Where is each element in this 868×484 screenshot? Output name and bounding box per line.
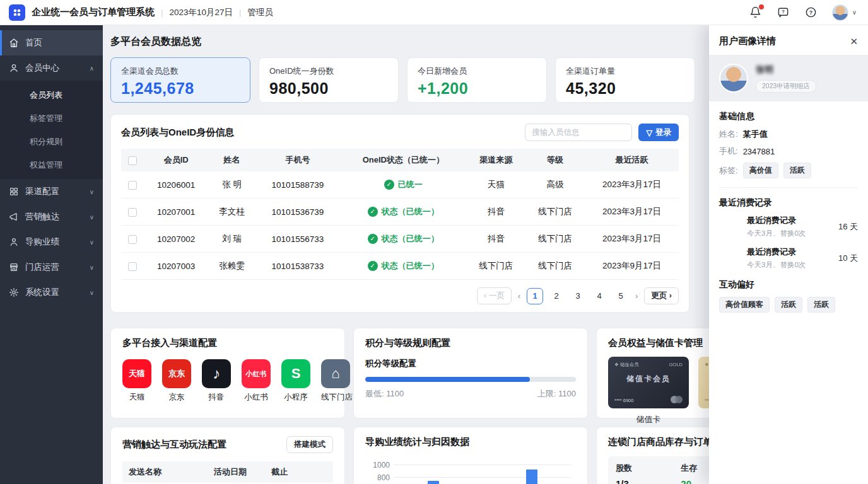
page-number[interactable]: 4 — [591, 288, 607, 304]
platform-item[interactable]: 京东 京东 — [162, 359, 191, 403]
sidebar-subitem[interactable]: 积分规则 — [0, 130, 103, 153]
check-icon: ✓ — [368, 261, 378, 271]
member-table-card: 会员列表与OneID身份信息 ▽ 登录 会员ID 姓名 手机号 OneID状态（… — [110, 114, 689, 313]
check-icon: ✓ — [368, 207, 378, 217]
member-level: 线下门店 — [525, 253, 585, 280]
prev-page-button[interactable]: ‹ 一页 — [477, 287, 512, 304]
row-checkbox[interactable] — [128, 208, 137, 217]
member-name: 张赖雯 — [208, 253, 255, 280]
page-number[interactable]: 1 — [527, 288, 543, 304]
oneid-status-badge: ✓已统一 — [384, 179, 423, 190]
next-arrow-icon[interactable]: › — [634, 291, 639, 301]
platform-item[interactable]: 天猫 天猫 — [122, 359, 151, 403]
record-days: 16 天 — [838, 221, 858, 233]
points-progress-fill — [365, 377, 530, 382]
sidebar-item-guide-performance[interactable]: 导购业绩 ∨ — [0, 229, 103, 255]
chevron-down-icon: ∨ — [90, 239, 94, 246]
page-number[interactable]: 5 — [613, 288, 629, 304]
stat-card-total-members[interactable]: 全渠道会员总数 1,245,678 — [110, 57, 250, 103]
row-checkbox[interactable] — [128, 181, 137, 190]
sidebar-nav: 首页 会员中心 ∧ 会员列表 标签管理 积分规则 权益管理 渠道配置 ∨ 营销触… — [0, 25, 103, 484]
platform-item[interactable]: ♪ 抖音 — [202, 359, 231, 403]
preference-tag[interactable]: 高价值顾客 — [719, 297, 770, 313]
more-pages-button[interactable]: 更页 › — [644, 287, 679, 304]
person-icon — [9, 237, 19, 247]
row-checkbox[interactable] — [128, 235, 137, 244]
sidebar-subitem[interactable]: 权益管理 — [0, 153, 103, 176]
notification-bell-icon[interactable] — [749, 6, 763, 20]
member-last-active: 2023年3月17日 — [585, 199, 679, 226]
user-avatar — [832, 4, 848, 21]
platform-item[interactable]: S 小程序 — [281, 359, 310, 403]
profile-tag[interactable]: 活跃 — [783, 163, 811, 178]
table-row: 10207003 张赖雯 10101538733 ✓状态（已统一） 线下门店 线… — [121, 253, 679, 280]
member-table-title: 会员列表与OneID身份信息 — [121, 127, 234, 139]
consumption-record[interactable]: 最近消费记录 今天3月、替换0次 16 天 — [719, 215, 858, 238]
profile-tag[interactable]: 高价值 — [743, 163, 778, 178]
preference-tag[interactable]: 活跃 — [775, 297, 802, 313]
table-row: 10207002 刘 瑞 10101556733 ✓状态（已统一） 抖音 线下门… — [121, 226, 679, 253]
platform-item[interactable]: ⌂ 线下门店 — [321, 359, 350, 403]
divider — [719, 187, 858, 188]
divider: | — [161, 8, 163, 17]
select-all-checkbox[interactable] — [128, 156, 137, 165]
platform-item[interactable]: 小红书 小红书 — [242, 359, 271, 403]
app-title: 企业统一会员与订单管理系统 — [32, 6, 155, 18]
close-icon[interactable]: ✕ — [850, 36, 858, 47]
member-id: 10207002 — [144, 226, 208, 253]
top-bar: 企业统一会员与订单管理系统 | 2023年10月27日 | 管理员 ? ? ∨ — [0, 0, 868, 25]
sidebar-item-marketing-reach[interactable]: 营销触达 ∨ — [0, 204, 103, 229]
sidebar-item-home[interactable]: 首页 — [0, 30, 103, 55]
marketing-card: 营销触达与互动玩法配置 搭建模式 发送名称 活动日期 截止 天猫玩法开放营销触达… — [110, 427, 345, 484]
filter-button[interactable]: ▽ 登录 — [638, 124, 679, 141]
prev-arrow-icon[interactable]: ‹ — [517, 291, 522, 301]
sidebar-item-member-center[interactable]: 会员中心 ∧ — [0, 55, 103, 81]
record-avatar — [719, 216, 741, 238]
stat-card-orders[interactable]: 全渠道订单量 45,320 — [555, 57, 695, 103]
profile-badge: 2023申请明细店 — [756, 80, 816, 93]
row-checkbox[interactable] — [128, 262, 137, 271]
sidebar-item-store-operation[interactable]: 门店运营 ∨ — [0, 255, 103, 280]
member-level: 线下门店 — [525, 199, 585, 226]
user-menu[interactable]: ∨ — [832, 4, 857, 21]
help-icon[interactable]: ? — [804, 6, 818, 20]
sidebar-subitem[interactable]: 标签管理 — [0, 107, 103, 130]
consumption-record[interactable]: 最近消费记录 今天3月、替换0次 10 天 — [719, 246, 858, 270]
pagination: ‹ 一页 ‹ 1 2 3 4 5 › 更页 › — [121, 287, 679, 304]
profile-phone-value: 2347881 — [743, 147, 775, 156]
sidebar-subitem[interactable]: 会员列表 — [0, 83, 103, 107]
build-mode-button[interactable]: 搭建模式 — [286, 436, 333, 453]
member-id: 10207001 — [144, 199, 208, 226]
page-number[interactable]: 2 — [548, 288, 565, 304]
feedback-message-icon[interactable]: ? — [777, 6, 790, 20]
preference-tag[interactable]: 活跃 — [807, 297, 835, 313]
oneid-status-badge: ✓状态（已统一） — [368, 233, 439, 245]
preference-section: 互动偏好 高价值顾客活跃活跃 — [709, 279, 868, 318]
sidebar-item-system-settings[interactable]: 系统设置 ∨ — [0, 280, 103, 305]
member-channel: 天猫 — [467, 171, 526, 199]
svg-text:?: ? — [809, 9, 812, 16]
profile-name: 张明 — [756, 64, 816, 76]
page-number[interactable]: 3 — [570, 288, 586, 304]
stat-card-oneid[interactable]: OneID统一身份数 980,500 — [259, 57, 399, 103]
basic-info-section: 基础信息 姓名: 某手值 手机: 2347881 标签: 高价值活跃 — [709, 111, 868, 178]
notification-badge — [759, 4, 764, 9]
points-config-label: 积分等级配置 — [365, 358, 576, 369]
megaphone-icon — [9, 212, 19, 222]
stored-value-card-dark[interactable]: ❖ 储值会员GOLD 储值卡会员 **** 6900 储值卡 — [608, 357, 689, 425]
stat-card-new-members[interactable]: 今日新增会员 +1,200 — [407, 57, 547, 103]
member-phone: 10101556733 — [255, 226, 340, 253]
member-id: 10206001 — [144, 171, 208, 199]
svg-text:?: ? — [782, 9, 785, 14]
points-min-label: 最低: 1100 — [365, 388, 404, 400]
points-slider[interactable] — [365, 377, 576, 382]
sidebar-item-channel-config[interactable]: 渠道配置 ∨ — [0, 179, 103, 204]
chevron-up-icon: ∧ — [90, 65, 94, 72]
record-avatar — [719, 248, 741, 269]
panel-title: 用户画像详情 — [719, 35, 776, 47]
store-icon — [9, 262, 19, 272]
member-search-input[interactable] — [525, 124, 632, 141]
member-last-active: 2023年3月17日 — [585, 171, 679, 199]
member-last-active: 2023年9月17日 — [585, 253, 679, 280]
chevron-down-icon: ∨ — [852, 9, 857, 16]
